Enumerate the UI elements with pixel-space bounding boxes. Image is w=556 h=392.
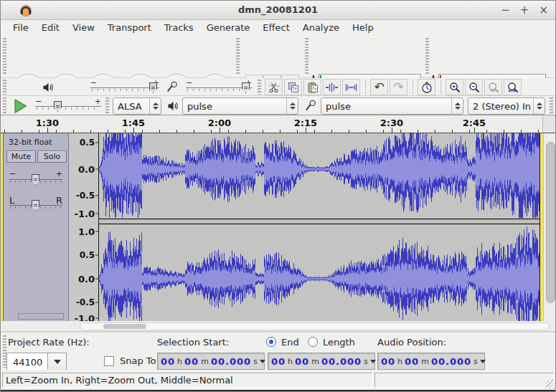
seconds-unit: s [251, 357, 260, 366]
separator [413, 80, 413, 95]
edit-toolbar-grip[interactable] [258, 80, 261, 95]
timer-button[interactable] [418, 79, 435, 95]
menu-effect[interactable]: Effect [256, 21, 296, 34]
menu-help[interactable]: Help [346, 21, 380, 34]
cut-button[interactable] [265, 79, 283, 95]
device-toolbar-end-grip[interactable] [550, 97, 553, 114]
title-bar[interactable]: dmn_20081201 − + × [1, 1, 555, 20]
redo-button[interactable]: ↷ [390, 79, 407, 95]
vertical-scrollbar[interactable] [543, 133, 556, 321]
track-area: 32-bit float Mute Solo − + L R 0.50.0-0.… [1, 133, 556, 321]
status-panel-right [374, 373, 554, 388]
timeline-label: 2:15 [294, 118, 317, 128]
audacity-window: dmn_20081201 − + × FileEditViewTransport… [0, 0, 556, 392]
recording-meter-grip[interactable] [425, 38, 429, 75]
fit-selection-icon [488, 82, 499, 93]
timeline-tick [245, 130, 246, 133]
timeline-tick [538, 130, 539, 133]
pan-thumb[interactable] [32, 200, 39, 211]
timeline-tick [228, 130, 229, 133]
input-volume-thumb[interactable] [242, 82, 250, 93]
timeline-tick [504, 130, 504, 133]
resize-grip[interactable] [546, 380, 555, 388]
close-button[interactable]: × [539, 4, 548, 16]
timeline-label: 1:45 [122, 118, 145, 128]
output-device-select[interactable]: pulse [182, 97, 298, 115]
amplitude-ruler-label: 0.5 [80, 138, 95, 148]
output-volume-slider[interactable]: − + [90, 80, 159, 95]
timeline-tick [211, 130, 212, 133]
status-message: Left=Zoom In, Right=Zoom Out, Middle=Nor… [2, 373, 372, 388]
timeline-label: 1:30 [36, 118, 59, 128]
timeline-ruler[interactable]: 1:301:452:002:152:302:45 [1, 115, 542, 133]
timeline-label: 2:00 [208, 118, 231, 128]
selection-end-field[interactable]: 00h00m00.000s [268, 353, 375, 370]
gain-thumb[interactable] [32, 174, 39, 185]
paste-button[interactable] [303, 79, 321, 95]
audio-position-field[interactable]: 00h00m00.000s [377, 353, 485, 370]
fit-project-button[interactable] [504, 79, 522, 95]
input-device-select[interactable]: pulse [321, 97, 463, 115]
amplitude-ruler-tick [95, 231, 98, 232]
transcription-toolbar-grip[interactable] [3, 97, 6, 114]
horizontal-scrollbar[interactable] [1, 321, 556, 332]
waveform-display[interactable] [99, 133, 539, 321]
status-bar: Left=Zoom In, Right=Zoom Out, Middle=Nor… [1, 370, 556, 390]
input-channels-select[interactable]: 2 (Stereo) In [468, 97, 545, 115]
output-volume-thumb[interactable] [149, 82, 157, 93]
menu-transport[interactable]: Transport [101, 21, 158, 34]
playback-meter-grip[interactable] [305, 38, 308, 75]
trim-audio-button[interactable] [323, 79, 341, 95]
selection-start-field[interactable]: 00h00m00.000s [157, 353, 265, 370]
mute-button[interactable]: Mute [6, 150, 36, 163]
zoom-out-button[interactable] [465, 79, 483, 95]
speaker-icon [42, 82, 54, 93]
track-collapse-handle[interactable] [18, 313, 64, 320]
silence-audio-button[interactable] [342, 79, 360, 95]
timeline-tick [73, 130, 74, 133]
playback-speed-slider[interactable]: − + [35, 99, 101, 113]
minutes-value: 00 [184, 356, 199, 367]
timeline-tick [4, 130, 5, 133]
vertical-ruler[interactable]: 0.50.0-0.5-1.01.00.50.0-0.5-1.0 [70, 133, 99, 321]
zoom-in-button[interactable] [446, 79, 463, 95]
end-radio[interactable] [266, 337, 276, 347]
timeline-tick [90, 130, 91, 133]
menu-view[interactable]: View [66, 21, 101, 34]
solo-button[interactable]: Solo [37, 150, 67, 163]
mixer-toolbar-grip[interactable] [3, 80, 6, 95]
device-toolbar-grip[interactable] [105, 97, 109, 114]
track-control-panel: 32-bit float Mute Solo − + L R [4, 133, 69, 321]
undo-button[interactable]: ↶ [370, 79, 388, 95]
project-rate-dropdown-button[interactable] [48, 353, 67, 371]
pan-slider[interactable]: L R [9, 196, 62, 212]
menu-analyze[interactable]: Analyze [296, 21, 346, 34]
amplitude-ruler-label: -1.0 [75, 209, 95, 219]
minimize-button[interactable]: − [501, 4, 510, 16]
project-rate-select[interactable]: 44100 [6, 353, 67, 371]
copy-button[interactable] [284, 79, 302, 95]
horizontal-scrollbar-track[interactable] [80, 322, 550, 330]
snap-to-checkbox[interactable] [104, 356, 114, 366]
menu-file[interactable]: File [6, 21, 35, 34]
transport-toolbar-grip[interactable] [3, 38, 6, 75]
fit-selection-button[interactable] [484, 79, 502, 95]
menu-tracks[interactable]: Tracks [158, 21, 200, 34]
audio-host-select[interactable]: ALSA [113, 97, 161, 115]
waveform-canvas[interactable] [99, 133, 539, 321]
audio-host-value: ALSA [113, 101, 149, 112]
maximize-button[interactable]: + [520, 4, 529, 16]
timeline-tick [469, 130, 470, 133]
length-radio[interactable] [308, 337, 318, 347]
timeline-tick [39, 130, 39, 133]
horizontal-scrollbar-thumb[interactable] [103, 324, 146, 329]
menu-edit[interactable]: Edit [35, 21, 66, 34]
vertical-scrollbar-thumb[interactable] [546, 142, 555, 303]
input-volume-slider[interactable]: − + [186, 80, 252, 95]
menu-generate[interactable]: Generate [200, 21, 257, 34]
separator [440, 80, 441, 95]
tools-toolbar-grip[interactable] [236, 38, 240, 75]
playback-speed-thumb[interactable] [54, 101, 62, 112]
gain-slider[interactable]: − + [9, 171, 62, 186]
play-at-speed-icon[interactable] [12, 98, 28, 114]
